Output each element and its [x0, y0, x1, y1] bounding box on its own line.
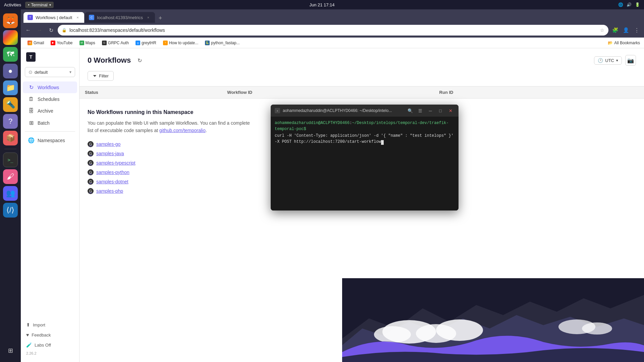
- timezone-selector[interactable]: 🕐 UTC ▾: [594, 56, 622, 65]
- tab-workflows[interactable]: T Workflows | default ×: [23, 12, 84, 23]
- dock-files[interactable]: 📁: [3, 80, 18, 95]
- bookmark-gmail[interactable]: M Gmail: [25, 40, 47, 46]
- svg-point-4: [374, 326, 411, 343]
- dock-maps[interactable]: 🗺: [3, 47, 18, 62]
- dock-app6[interactable]: 🔦: [3, 97, 18, 112]
- nav-workflows[interactable]: ↻ Workflows: [23, 81, 77, 93]
- nav-namespaces-label: Namespaces: [38, 138, 65, 143]
- nav-schedules[interactable]: 🗓 Schedules: [23, 94, 77, 105]
- tab-favicon-1: T: [28, 15, 33, 20]
- col-extra: [581, 86, 644, 99]
- terminal-titlebar: ▪ aohammedazharuddin@ACLPTHYD0466: ~/Des…: [271, 105, 459, 117]
- dock-firefox[interactable]: 🦊: [3, 13, 18, 28]
- filter-icon: ⏷: [93, 73, 97, 78]
- dock-software[interactable]: 📦: [3, 131, 18, 145]
- bookmark-howto[interactable]: ? How to update...: [160, 40, 201, 46]
- sidebar-import[interactable]: ⬆ Import: [21, 320, 79, 330]
- terminal-command-line: curl -H 'Content-Type: application/json'…: [275, 133, 454, 145]
- namespace-chevron-icon: ▾: [69, 70, 71, 74]
- tab-close-1[interactable]: ×: [75, 15, 80, 20]
- dock-paint[interactable]: 🖌: [3, 169, 18, 184]
- timezone-chevron-icon: ▾: [616, 58, 618, 63]
- browser-content: T ⊙ default ▾ ↻ Workflows 🗓 Schedules 🗄 …: [21, 48, 644, 362]
- timezone-label: UTC: [605, 58, 614, 63]
- col-run-id: Run ID: [434, 86, 581, 99]
- terminal-maximize-btn[interactable]: □: [436, 107, 444, 115]
- terminal-body[interactable]: aohammedazharuddin@ACLPTHYD0466:~/Deskto…: [271, 117, 459, 210]
- feedback-icon: ♥: [26, 332, 29, 338]
- bookmark-star-icon[interactable]: ☆: [600, 27, 604, 33]
- nav-namespaces[interactable]: 🌐 Namespaces: [23, 134, 77, 146]
- lock-icon: 🔒: [62, 28, 67, 33]
- sidebar-labs[interactable]: 🧪 Labs Off: [21, 340, 79, 350]
- terminal-dollar: $: [304, 127, 306, 131]
- dock-grid[interactable]: ⊞: [3, 343, 18, 358]
- address-bar[interactable]: 🔒 localhost:8233/namespaces/default/work…: [58, 25, 608, 36]
- col-workflow-id: Workflow ID: [222, 86, 434, 99]
- sample-go-label: samples-go: [96, 141, 120, 147]
- terminal-app-btn[interactable]: ▪ Terminal ▾: [25, 2, 53, 8]
- dock-app4[interactable]: ●: [3, 64, 18, 78]
- bookmark-grpc[interactable]: G GRPC Auth: [99, 40, 131, 46]
- profile-btn[interactable]: 👤: [621, 25, 631, 35]
- temporalio-link[interactable]: github.com/temporalio: [159, 128, 206, 133]
- nav-archive-label: Archive: [38, 108, 53, 114]
- dock-teams[interactable]: 👥: [3, 186, 18, 201]
- dock-terminal[interactable]: >_: [3, 153, 18, 167]
- snapshot-button[interactable]: 📷: [625, 55, 636, 66]
- terminal-cursor: [381, 140, 384, 145]
- filter-row: ⏷ Filter: [79, 71, 644, 86]
- svg-rect-0: [342, 278, 644, 362]
- youtube-favicon: ▶: [51, 41, 55, 45]
- dock-sep1: [4, 149, 16, 149]
- main-content: 0 Workflows ↻ 🕐 UTC ▾ 📷 ⏷: [79, 48, 644, 362]
- url-text: localhost:8233/namespaces/default/workfl…: [69, 27, 597, 33]
- import-label: Import: [33, 322, 45, 327]
- terminal-search-btn[interactable]: 🔍: [406, 107, 414, 115]
- title-row: 0 Workflows ↻: [88, 56, 144, 65]
- github-icon-go: G: [88, 141, 94, 147]
- bookmark-python[interactable]: 🐍 python_fastap...: [202, 40, 242, 46]
- forward-btn[interactable]: →: [35, 25, 44, 35]
- bookmark-maps[interactable]: M Maps: [77, 40, 98, 46]
- bookmark-youtube-label: YouTube: [57, 41, 72, 45]
- filter-button[interactable]: ⏷ Filter: [88, 71, 114, 81]
- refresh-button[interactable]: ↻: [135, 56, 144, 65]
- bookmark-youtube[interactable]: ▶ YouTube: [48, 40, 75, 46]
- battery-icon: 🔋: [635, 2, 640, 7]
- sidebar-feedback[interactable]: ♥ Feedback: [21, 330, 79, 340]
- sample-python-label: samples-python: [96, 170, 129, 175]
- terminal-menu-btn[interactable]: ☰: [416, 107, 424, 115]
- grpc-favicon: G: [102, 41, 107, 45]
- reload-btn[interactable]: ↻: [46, 25, 56, 35]
- table-header: Status Workflow ID Run ID: [79, 86, 644, 99]
- namespace-selector[interactable]: ⊙ default ▾: [25, 67, 75, 77]
- terminal-close-btn[interactable]: ✕: [446, 107, 454, 115]
- activities-btn[interactable]: Activities: [4, 2, 21, 7]
- dock-vscode[interactable]: ⟨/⟩: [3, 203, 18, 218]
- terminal-minimize-btn[interactable]: ─: [426, 107, 434, 115]
- os-taskbar: Activities ▪ Terminal ▾ Jun 21 17:14 🌐 🔊…: [0, 0, 644, 9]
- terminal-cmd-text: curl -H 'Content-Type: application/json'…: [275, 133, 453, 144]
- browser-menu-btn[interactable]: ⋮: [632, 25, 641, 35]
- bookmark-greyhr[interactable]: g greytHR: [133, 40, 159, 46]
- nav-batch[interactable]: ⊞ Batch: [23, 117, 77, 129]
- terminal-chevron: ▾: [49, 3, 51, 7]
- nav-archive[interactable]: 🗄 Archive: [23, 105, 77, 117]
- taskbar-left: Activities ▪ Terminal ▾: [4, 2, 54, 8]
- howto-favicon: ?: [163, 41, 168, 45]
- new-tab-btn[interactable]: +: [156, 13, 165, 23]
- taskbar-right: 🌐 🔊 🔋: [618, 2, 640, 7]
- extensions-btn[interactable]: 🧩: [610, 25, 620, 35]
- browser-chrome: T Workflows | default × C localhost:4139…: [21, 9, 644, 38]
- back-btn[interactable]: ←: [23, 25, 33, 35]
- terminal-window-controls: 🔍 ☰ ─ □ ✕: [406, 107, 454, 115]
- batch-icon: ⊞: [28, 120, 34, 126]
- all-bookmarks-btn[interactable]: 📂 All Bookmarks: [608, 41, 640, 45]
- dock-chrome[interactable]: ◉: [3, 30, 18, 45]
- tab-metrics[interactable]: C localhost:41393/metrics ×: [85, 12, 155, 23]
- dock-help[interactable]: ?: [3, 114, 18, 129]
- workflows-icon: ↻: [28, 84, 34, 90]
- tab-close-2[interactable]: ×: [146, 15, 151, 20]
- camera-icon: 📷: [627, 57, 634, 64]
